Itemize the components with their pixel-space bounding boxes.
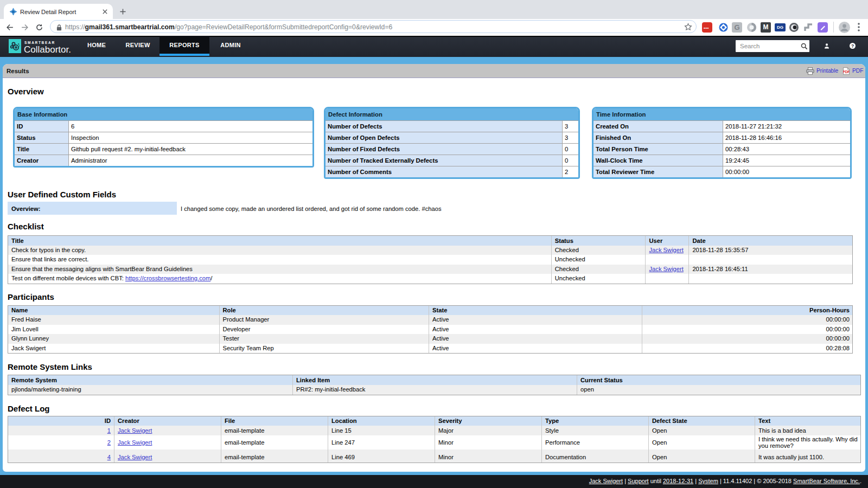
svg-text:?: ? bbox=[851, 43, 854, 49]
svg-text:PDF: PDF bbox=[843, 70, 850, 74]
